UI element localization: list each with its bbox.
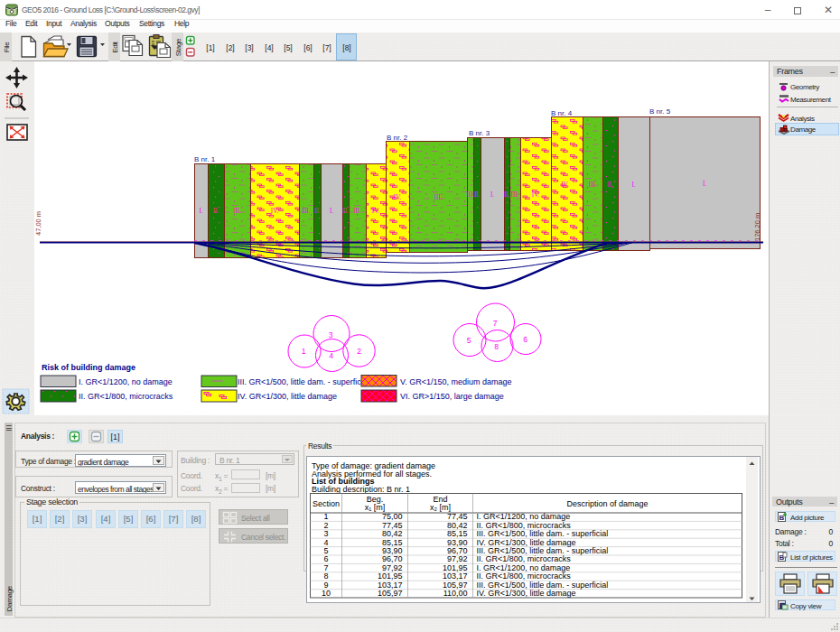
svg-text:10: 10 [322,589,331,598]
svg-text:IV. GR<1/300, little damage: IV. GR<1/300, little damage [238,392,337,401]
svg-text:B nr. 5: B nr. 5 [649,107,671,116]
svg-text:III.: III. [434,194,443,201]
svg-text:End: End [433,495,447,504]
svg-text:II.: II. [213,208,219,215]
svg-text:I.: I. [330,208,333,215]
svg-text:B nr. 2: B nr. 2 [387,134,408,142]
svg-text:x₁ [m]: x₁ [m] [365,503,386,512]
svg-text:7: 7 [493,319,498,328]
svg-text:B nr. 4: B nr. 4 [551,109,573,117]
svg-text:III.: III. [511,191,519,199]
svg-text:II.: II. [504,191,510,199]
svg-text:I. GR<1/1200, no damage: I. GR<1/1200, no damage [79,377,173,386]
svg-text:III.: III. [589,181,597,189]
svg-text:VI. GR>1/150, large damage: VI. GR>1/150, large damage [400,392,504,401]
svg-text:IV. GR<1/300, little damage: IV. GR<1/300, little damage [477,589,576,598]
svg-text:1: 1 [302,347,306,356]
svg-text:IV.: IV. [394,194,402,201]
svg-text:6: 6 [523,335,527,344]
svg-text:2: 2 [357,347,361,356]
svg-text:3: 3 [329,330,333,339]
svg-text:I.: I. [703,181,706,188]
svg-text:V. GR<1/150, medium damage: V. GR<1/150, medium damage [400,377,512,386]
svg-text:I.: I. [631,181,635,189]
svg-text:III.: III. [353,208,361,215]
svg-text:IV.: IV. [271,208,279,215]
svg-text:8: 8 [494,342,499,351]
svg-text:176,20 m: 176,20 m [753,213,761,241]
svg-text:105,97: 105,97 [378,589,403,598]
svg-text:II.: II. [342,208,349,215]
svg-text:x₂ [m]: x₂ [m] [430,503,451,512]
svg-text:47,00 m: 47,00 m [34,211,42,236]
svg-text:B nr. 1: B nr. 1 [194,155,216,163]
svg-text:IV.: IV. [372,208,380,215]
svg-text:II.: II. [474,191,481,199]
svg-text:III.: III. [233,208,241,215]
svg-text:5: 5 [467,336,471,345]
svg-text:Section: Section [313,499,340,508]
svg-text:IV.: IV. [532,191,540,199]
svg-text:4: 4 [329,351,333,360]
svg-text:II. GR<1/800, microcracks: II. GR<1/800, microcracks [79,392,173,401]
svg-text:110,00: 110,00 [443,589,468,598]
svg-text:III. GR<1/500, little dam. -: III. GR<1/500, little dam. - superficial [238,377,369,386]
svg-text:I.: I. [199,208,202,215]
svg-text:III.: III. [303,208,311,215]
svg-text:II.: II. [314,208,321,215]
svg-text:II.: II. [607,181,613,189]
svg-text:Risk of building damage: Risk of building damage [42,363,135,372]
svg-text:IV.: IV. [561,181,569,189]
svg-text:B nr. 3: B nr. 3 [469,129,490,137]
svg-text:Description of damage: Description of damage [566,499,648,508]
svg-text:Beg.: Beg. [367,495,384,504]
svg-text:I.: I. [490,191,494,199]
